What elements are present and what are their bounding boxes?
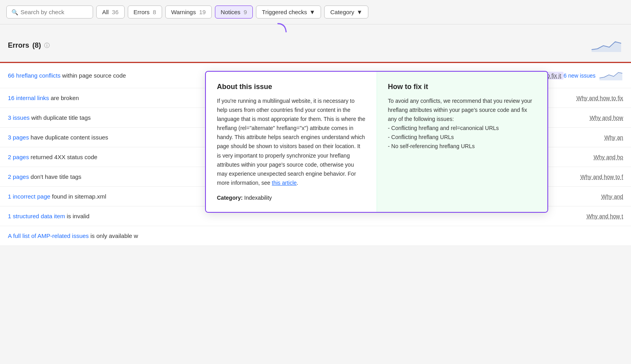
tab-notices-label: Notices xyxy=(221,9,241,15)
tab-errors-label: Errors xyxy=(134,9,150,15)
tab-all[interactable]: All 36 xyxy=(96,6,125,19)
why-link-4xx[interactable]: Why and ho xyxy=(594,154,623,160)
new-issues-badge: 6 new issues xyxy=(564,72,596,79)
tab-warnings-count: 19 xyxy=(199,9,206,15)
why-link-sitemap[interactable]: Why and xyxy=(601,193,623,200)
popup-how-body: To avoid any conflicts, we recommend tha… xyxy=(388,97,537,151)
section-count: (8) xyxy=(32,41,41,50)
popup-category: Category: Indexability xyxy=(217,195,366,201)
category-label: Category xyxy=(330,9,354,15)
popup-about-body: If you're running a multilingual website… xyxy=(217,97,366,188)
search-input[interactable] xyxy=(21,9,84,15)
why-link-structured-data[interactable]: Why and how t xyxy=(586,213,623,219)
duplicate-title-rest: with duplicate title tags xyxy=(31,114,91,121)
popup-how-section: How to fix it To avoid any conflicts, we… xyxy=(377,72,548,212)
amp-rest: is only available w xyxy=(90,232,138,239)
4xx-rest: returned 4XX status code xyxy=(31,154,97,160)
section-header: Errors (8) ⓘ xyxy=(0,32,631,59)
no-title-rest: don't have title tags xyxy=(31,173,82,180)
popup-about-text: If you're running a multilingual website… xyxy=(217,98,365,186)
duplicate-content-rest: have duplicate content issues xyxy=(31,134,108,141)
why-link-duplicate-content[interactable]: Why an xyxy=(605,134,623,141)
section-title: Errors xyxy=(8,41,29,50)
structured-data-link[interactable]: 1 structured data item xyxy=(8,213,65,219)
popup-how-heading: How to fix it xyxy=(388,83,537,91)
issues-list: 66 hreflang conflicts within page source… xyxy=(0,63,631,246)
sitemap-link[interactable]: 1 incorrect page xyxy=(8,193,50,200)
popup-category-label: Category: xyxy=(217,195,243,201)
duplicate-content-link[interactable]: 3 pages xyxy=(8,134,29,141)
tab-notices-count: 9 xyxy=(244,9,247,15)
triggered-checks-chevron-icon: ▼ xyxy=(310,9,316,15)
issue-text-structured-data: 1 structured data item is invalid xyxy=(8,213,580,219)
why-link-duplicate-title[interactable]: Why and how xyxy=(590,115,623,121)
tab-all-count: 36 xyxy=(112,9,119,15)
internal-links-rest: are broken xyxy=(50,95,79,101)
search-box[interactable]: 🔍 xyxy=(6,6,93,19)
popup-category-value: Indexability xyxy=(244,195,272,201)
popup-about-heading: About this issue xyxy=(217,83,366,91)
4xx-link[interactable]: 2 pages xyxy=(8,154,29,160)
amp-link[interactable]: A full list of AMP-related issues xyxy=(8,232,89,239)
sitemap-rest: found in sitemap.xml xyxy=(52,193,106,200)
svg-marker-1 xyxy=(592,42,621,52)
hreflang-rest: within page source code xyxy=(62,72,126,79)
no-title-link[interactable]: 2 pages xyxy=(8,173,29,180)
tab-errors-count: 8 xyxy=(153,9,156,15)
issue-row-hreflang: 66 hreflang conflicts within page source… xyxy=(0,63,631,88)
hreflang-link[interactable]: 66 hreflang conflicts xyxy=(8,72,60,79)
info-icon[interactable]: ⓘ xyxy=(44,42,50,49)
issue-text-amp: A full list of AMP-related issues is onl… xyxy=(8,232,623,239)
internal-links-link[interactable]: 16 internal links xyxy=(8,95,49,101)
category-dropdown[interactable]: Category ▼ xyxy=(324,6,368,19)
tab-warnings-label: Warnings xyxy=(171,9,196,15)
tooltip-popup: About this issue If you're running a mul… xyxy=(205,71,548,213)
why-link-internal-links[interactable]: Why and how to fix xyxy=(577,95,623,101)
tab-notices[interactable]: Notices 9 xyxy=(215,6,253,19)
arrow-annotation: Errors (8) ⓘ xyxy=(0,24,631,62)
why-link-no-title[interactable]: Why and how to f xyxy=(581,174,623,180)
triggered-checks-label: Triggered checks xyxy=(262,9,307,15)
this-article-link[interactable]: this article xyxy=(272,180,297,186)
hreflang-sparkline xyxy=(599,69,623,80)
structured-data-rest: is invalid xyxy=(67,213,90,219)
triggered-checks-dropdown[interactable]: Triggered checks ▼ xyxy=(256,6,321,19)
tab-warnings[interactable]: Warnings 19 xyxy=(165,6,212,19)
popup-about-end: . xyxy=(297,180,298,186)
tab-errors[interactable]: Errors 8 xyxy=(128,6,162,19)
toolbar: 🔍 All 36 Errors 8 Warnings 19 Notices 9 … xyxy=(0,0,631,24)
svg-marker-2 xyxy=(599,72,622,80)
duplicate-title-link[interactable]: 3 issues xyxy=(8,114,30,121)
issue-row-amp: A full list of AMP-related issues is onl… xyxy=(0,226,631,246)
category-chevron-icon: ▼ xyxy=(357,9,362,15)
section-sparkline xyxy=(592,38,623,53)
popup-about-section: About this issue If you're running a mul… xyxy=(206,72,377,212)
sparkline-hreflang xyxy=(599,69,623,82)
sparkline-large xyxy=(592,38,623,52)
tab-all-label: All xyxy=(102,9,109,15)
search-icon: 🔍 xyxy=(11,9,18,15)
